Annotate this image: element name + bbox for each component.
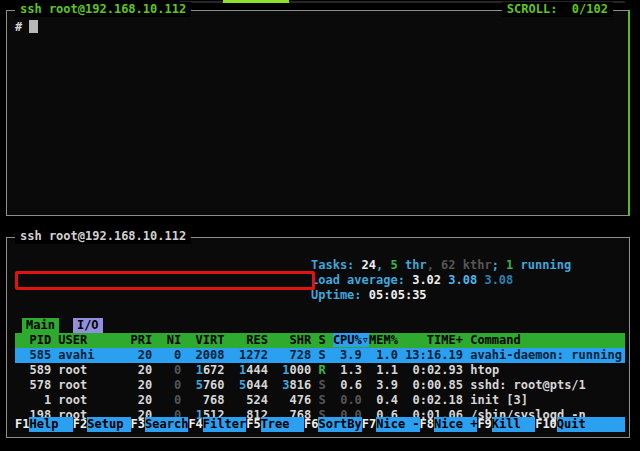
pane-top-shell[interactable]: ssh root@192.168.10.112 SCROLL: 0/102 # bbox=[6, 10, 630, 216]
process-row[interactable]: 1 root 20 0 768 524 476 S 0.0 0.4 0:02.1… bbox=[15, 393, 625, 408]
video-progress-bar bbox=[223, 0, 289, 3]
scroll-indicator: SCROLL: 0/102 bbox=[502, 2, 613, 17]
pane-top-title: ssh root@192.168.10.112 bbox=[15, 2, 191, 17]
swap-meter: Swp[ 0K/0K] Uptime: 05:05:35 bbox=[15, 288, 625, 303]
tab-main[interactable]: Main bbox=[22, 318, 59, 333]
terminal-cursor bbox=[29, 20, 38, 33]
tasks-summary: Tasks: 24, 5 thr, 62 kthr; 1 running bbox=[311, 258, 571, 273]
fn-action-quit[interactable]: Quit bbox=[557, 417, 625, 432]
fn-action-setup[interactable]: Setup bbox=[87, 417, 130, 432]
spacer-row bbox=[15, 303, 625, 318]
process-table: 585 avahi 20 0 2008 1272 728 S 3.9 1.0 1… bbox=[15, 348, 625, 423]
fn-key-f3: F3 bbox=[131, 417, 145, 432]
fn-key-f2: F2 bbox=[73, 417, 87, 432]
process-row[interactable]: 578 root 20 0 5760 5044 3816 S 0.6 3.9 0… bbox=[15, 378, 625, 393]
fn-key-f8: F8 bbox=[420, 417, 434, 432]
fn-key-f5: F5 bbox=[246, 417, 260, 432]
fn-key-f9: F9 bbox=[477, 417, 491, 432]
uptime: Uptime: 05:05:35 bbox=[311, 288, 427, 303]
process-table-header[interactable]: PID USER PRI NI VIRT RES SHR S CPU%▿MEM%… bbox=[15, 333, 625, 348]
fn-action-filter[interactable]: Filter bbox=[203, 417, 246, 432]
fn-key-f7: F7 bbox=[362, 417, 376, 432]
process-row[interactable]: 589 root 20 0 1672 1444 1000 R 1.3 1.1 0… bbox=[15, 363, 625, 378]
fn-key-f1: F1 bbox=[15, 417, 29, 432]
fn-action-nice-[interactable]: Nice - bbox=[376, 417, 419, 432]
pane-bottom-title: ssh root@192.168.10.112 bbox=[15, 229, 191, 244]
htop-tab-bar: MainI/O bbox=[15, 318, 625, 333]
active-pane-border bbox=[628, 10, 630, 216]
fn-action-help[interactable]: Help bbox=[29, 417, 72, 432]
shell-prompt: # bbox=[15, 20, 22, 34]
fn-action-tree[interactable]: Tree bbox=[261, 417, 304, 432]
fn-action-sortby[interactable]: SortBy bbox=[318, 417, 361, 432]
process-row-selected[interactable]: 585 avahi 20 0 2008 1272 728 S 3.9 1.0 1… bbox=[15, 348, 625, 363]
htop-view: CPU[|||| 7.7%] Tasks: 24, 5 thr, 62 kthr… bbox=[15, 258, 625, 435]
fn-action-kill[interactable]: Kill bbox=[492, 417, 535, 432]
terminal-screen: ssh root@192.168.10.112 SCROLL: 0/102 # … bbox=[0, 0, 640, 451]
mem-meter: Mem[|||||||||||||||||||||||37.9M/128M] L… bbox=[15, 273, 625, 288]
pane-bottom-htop[interactable]: ssh root@192.168.10.112 CPU[|||| 7.7%] T… bbox=[6, 237, 630, 438]
fn-action-nice-[interactable]: Nice + bbox=[434, 417, 477, 432]
fn-key-f4: F4 bbox=[188, 417, 202, 432]
cpu-meter: CPU[|||| 7.7%] Tasks: 24, 5 thr, 62 kthr… bbox=[15, 258, 625, 273]
fn-key-f10: F10 bbox=[535, 417, 557, 432]
load-average: Load average: 3.02 3.08 3.08 bbox=[311, 273, 513, 288]
fn-key-f6: F6 bbox=[304, 417, 318, 432]
function-key-bar: F1HelpF2SetupF3SearchF4FilterF5TreeF6Sor… bbox=[15, 417, 625, 432]
tab-io[interactable]: I/O bbox=[73, 318, 103, 333]
fn-action-search[interactable]: Search bbox=[145, 417, 188, 432]
shell-prompt-line: # bbox=[15, 20, 38, 35]
